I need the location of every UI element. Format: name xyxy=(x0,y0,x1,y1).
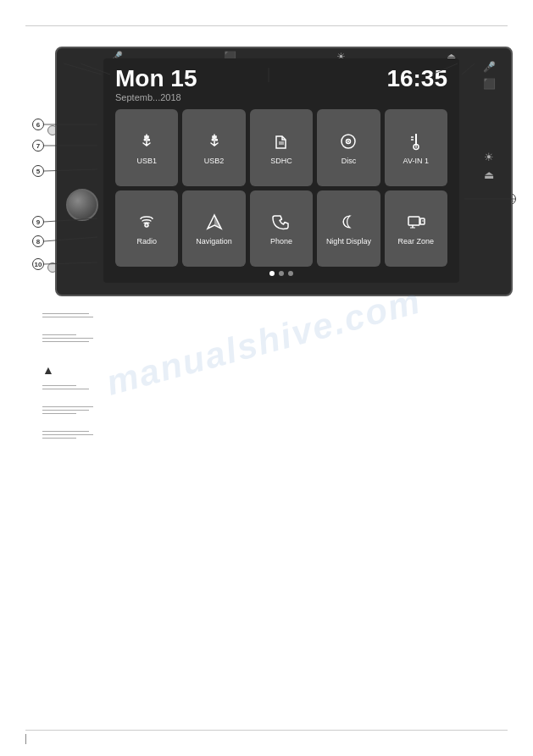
desc-line-2-1 xyxy=(42,334,76,335)
callout-num-7: 7 xyxy=(32,140,44,152)
app-nightdisplay[interactable]: Night Display xyxy=(317,190,380,268)
callout-6: 6 xyxy=(32,119,44,130)
bottom-divider xyxy=(25,730,508,731)
usb1-label: USB1 xyxy=(136,157,157,165)
app-radio[interactable]: Radio xyxy=(115,190,178,268)
svg-point-8 xyxy=(347,141,349,142)
radio-label: Radio xyxy=(136,238,157,246)
screen-content: Mon 15 16:35 Septemb...2018 xyxy=(103,58,459,283)
usb2-label: USB2 xyxy=(204,157,225,165)
time-display: 16:35 xyxy=(386,67,447,91)
sdhc-label: SDHC xyxy=(270,157,292,165)
phone-label: Phone xyxy=(270,238,292,246)
desc-lines-2 xyxy=(42,334,508,342)
desc-line-2-2 xyxy=(42,338,93,339)
date-sub-display: Septemb...2018 xyxy=(115,92,447,102)
brightness-right-icon[interactable]: ☀ xyxy=(484,151,494,163)
app-phone[interactable]: Phone xyxy=(250,190,313,268)
nightdisplay-icon xyxy=(339,212,358,235)
desc-line-3-2 xyxy=(42,389,89,389)
app-sdhc[interactable]: SDHC xyxy=(250,109,313,186)
desc-block-2 xyxy=(42,334,508,342)
dot-3 xyxy=(288,271,293,276)
desc-block-5 xyxy=(42,431,508,439)
date-display: Mon 15 xyxy=(115,67,197,91)
svg-rect-1 xyxy=(147,139,150,141)
desc-block-4 xyxy=(42,406,508,414)
callout-num-8: 8 xyxy=(32,235,44,247)
right-panel: 🎤 ⬛ ☀ ⏏ xyxy=(470,57,508,181)
desc-line-2-3 xyxy=(42,341,89,342)
desc-lines-1 xyxy=(42,313,508,317)
datetime-row: Mon 15 16:35 xyxy=(115,67,447,91)
screen-right-icon[interactable]: ⬛ xyxy=(483,78,496,90)
car-unit: 🎤 ⬛ ☀ ⏏ Mon 15 16:35 Septemb...2018 xyxy=(55,47,513,296)
nightdisplay-label: Night Display xyxy=(326,238,371,246)
callout-5: 5 xyxy=(32,165,44,177)
desc-line-1-2 xyxy=(42,317,93,317)
svg-point-2 xyxy=(211,138,214,141)
desc-line-5-2 xyxy=(42,434,93,435)
dot-2 xyxy=(279,271,284,276)
svg-point-0 xyxy=(144,138,147,141)
app-rearzone[interactable]: Rear Zone xyxy=(385,190,447,268)
pagination-dots xyxy=(115,271,447,276)
app-navigation[interactable]: Navigation xyxy=(182,190,245,268)
top-divider xyxy=(25,25,508,26)
volume-knob[interactable] xyxy=(66,189,98,221)
svg-point-20 xyxy=(422,220,424,222)
rearzone-label: Rear Zone xyxy=(398,238,435,246)
radio-icon xyxy=(137,212,156,235)
eject-symbol: ▲ xyxy=(42,363,508,377)
disc-label: Disc xyxy=(341,157,357,165)
svg-point-15 xyxy=(146,225,147,226)
usb2-icon xyxy=(205,132,224,154)
display-screen[interactable]: Mon 15 16:35 Septemb...2018 xyxy=(103,58,459,283)
desc-lines-5 xyxy=(42,431,508,439)
desc-lines-3 xyxy=(42,385,508,389)
callout-7: 7 xyxy=(32,140,44,152)
avin1-label: AV-IN 1 xyxy=(403,157,429,165)
svg-rect-16 xyxy=(408,217,419,225)
navigation-icon xyxy=(205,212,224,235)
desc-lines-4 xyxy=(42,406,508,414)
callout-num-9: 9 xyxy=(32,216,44,228)
callout-num-6: 6 xyxy=(32,119,44,130)
left-panel xyxy=(62,91,103,268)
svg-rect-3 xyxy=(215,139,218,141)
sdhc-icon xyxy=(273,132,290,154)
app-usb2[interactable]: USB2 xyxy=(182,109,245,186)
desc-line-4-1 xyxy=(42,406,93,407)
svg-point-11 xyxy=(415,146,417,147)
desc-line-4-3 xyxy=(42,413,76,414)
rearzone-icon xyxy=(407,212,425,235)
desc-line-1-1 xyxy=(42,313,89,314)
avin1-icon xyxy=(410,132,422,154)
phone-icon xyxy=(272,212,291,235)
app-avin1[interactable]: AV-IN 1 xyxy=(385,109,447,186)
page: 1 2 3 4 12 6 7 5 9 8 10 11 xyxy=(0,0,533,756)
callout-num-10: 10 xyxy=(32,258,44,270)
dot-1 xyxy=(269,271,275,276)
desc-line-5-1 xyxy=(42,431,89,432)
eject-right-icon[interactable]: ⏏ xyxy=(484,168,494,181)
desc-line-4-2 xyxy=(42,410,89,411)
desc-block-1 xyxy=(42,313,508,317)
app-usb1[interactable]: USB1 xyxy=(115,109,178,186)
mic-right-icon[interactable]: 🎤 xyxy=(483,61,496,73)
callout-9: 9 xyxy=(32,216,44,228)
desc-block-3 xyxy=(42,385,508,389)
apps-grid: USB1 USB2 xyxy=(115,109,447,267)
usb1-icon xyxy=(137,132,156,154)
navigation-label: Navigation xyxy=(196,238,232,246)
callout-10: 10 xyxy=(32,258,44,270)
app-disc[interactable]: Disc xyxy=(317,109,380,186)
desc-line-3-1 xyxy=(42,385,76,386)
disc-icon xyxy=(339,132,358,154)
callout-8: 8 xyxy=(32,235,44,247)
desc-line-5-3 xyxy=(42,438,76,439)
description-section: ▲ xyxy=(42,313,508,455)
callout-num-5: 5 xyxy=(32,165,44,177)
page-marker xyxy=(25,734,26,744)
